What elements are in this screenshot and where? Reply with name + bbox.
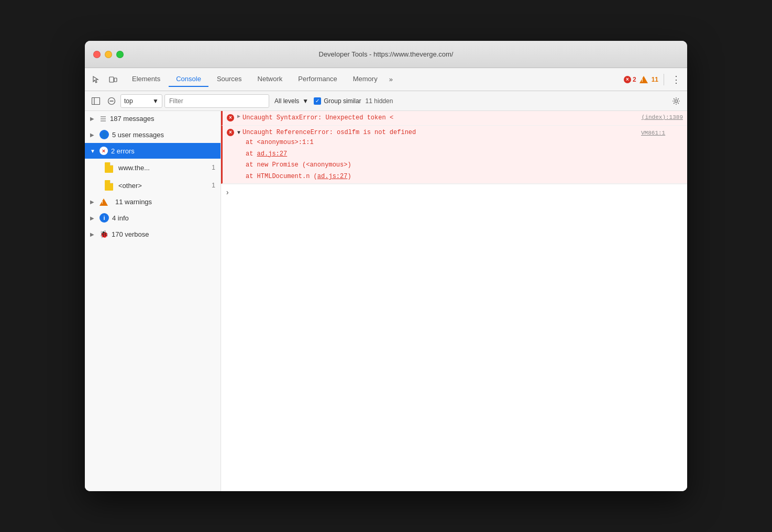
device-icon — [109, 75, 117, 84]
console-input[interactable] — [231, 189, 683, 196]
errors-label: 2 errors — [111, 147, 135, 155]
maximize-button[interactable] — [116, 51, 124, 58]
error-entry-icon-2: × — [227, 129, 234, 136]
toggle-sidebar-button[interactable] — [89, 94, 103, 108]
tab-overflow-button[interactable]: » — [386, 73, 396, 85]
main-content: ▶ 187 messages ▶ 👤 5 user messages ▼ × 2… — [85, 111, 687, 491]
arrow-right-icon: ▶ — [90, 231, 96, 237]
minimize-button[interactable] — [105, 51, 112, 58]
levels-selector[interactable]: All levels ▼ — [271, 96, 312, 106]
filter-input[interactable] — [164, 94, 269, 108]
arrow-right-icon: ▶ — [90, 199, 96, 205]
window-title: Developer Tools - https://www.theverge.c… — [319, 50, 454, 58]
clear-console-button[interactable] — [105, 94, 118, 108]
console-entry-reference-error: × ▼ Uncaught ReferenceError: osdlfm is n… — [221, 126, 687, 184]
stack-line-4: at HTMLDocument.n (ad.js:27) — [246, 171, 683, 183]
stack-line-2: at ad.js:27 — [246, 149, 683, 160]
arrow-right-icon: ▶ — [90, 132, 96, 138]
more-options-button[interactable]: ⋮ — [669, 72, 683, 87]
other-label: <other> — [118, 182, 142, 190]
sidebar-item-verbose[interactable]: ▶ 🐞 170 verbose — [85, 226, 220, 242]
error-count: 2 — [633, 76, 636, 83]
user-icon: 👤 — [100, 130, 109, 139]
gear-icon — [672, 97, 680, 105]
arrow-right-icon: ▶ — [90, 116, 96, 121]
www-the-count: 1 — [212, 164, 215, 171]
dropdown-arrow-icon: ▼ — [152, 97, 159, 105]
warning-badge-icon — [639, 76, 648, 83]
sidebar-item-user-messages[interactable]: ▶ 👤 5 user messages — [85, 126, 220, 143]
sidebar-item-all-messages[interactable]: ▶ 187 messages — [85, 111, 220, 126]
stack-line-1: at <anonymous>:1:1 — [246, 137, 683, 149]
inspect-element-button[interactable] — [89, 72, 104, 87]
prompt-arrow-icon: › — [225, 189, 229, 197]
verbose-label: 170 verbose — [112, 230, 149, 238]
group-similar-checkbox[interactable]: Group similar — [314, 97, 361, 105]
error-entry-icon: × — [227, 114, 234, 121]
svg-point-6 — [675, 99, 678, 102]
sidebar-item-other[interactable]: <other> 1 — [85, 176, 220, 194]
titlebar: Developer Tools - https://www.theverge.c… — [85, 41, 687, 68]
console-prompt-row: › — [221, 184, 687, 201]
reference-error-text: Uncaught ReferenceError: osdlfm is not d… — [242, 128, 641, 137]
hidden-count: 11 hidden — [366, 97, 393, 105]
svg-rect-2 — [92, 97, 100, 104]
error-circle-icon-2: × — [227, 129, 234, 136]
tab-network[interactable]: Network — [250, 72, 290, 87]
ad-js-link-1[interactable]: ad.js:27 — [257, 150, 288, 158]
tab-console[interactable]: Console — [169, 72, 208, 87]
user-messages-label: 5 user messages — [112, 131, 164, 139]
sidebar-item-info[interactable]: ▶ i 4 info — [85, 209, 220, 226]
info-label: 4 info — [112, 214, 129, 222]
stack-line-3: at new Promise (<anonymous>) — [246, 160, 683, 171]
error-circle-icon: × — [227, 114, 234, 121]
context-selector[interactable]: top ▼ — [120, 94, 162, 108]
sidebar-item-errors[interactable]: ▼ × 2 errors — [85, 143, 220, 159]
warnings-label: 11 warnings — [115, 198, 152, 206]
cursor-icon — [92, 75, 101, 84]
ad-js-link-2[interactable]: ad.js:27 — [317, 173, 348, 180]
tab-sources[interactable]: Sources — [209, 72, 249, 87]
context-value: top — [124, 97, 133, 105]
toolbar-left-icons — [89, 72, 120, 87]
settings-button[interactable] — [669, 94, 683, 108]
tab-elements[interactable]: Elements — [125, 72, 168, 87]
sidebar-item-www-the[interactable]: www.the... 1 — [85, 159, 220, 176]
group-similar-label: Group similar — [324, 97, 361, 105]
other-count: 1 — [212, 182, 215, 189]
arrow-right-icon: ▶ — [90, 215, 96, 221]
error-badge-icon: × — [624, 76, 631, 83]
list-icon — [100, 115, 107, 123]
console-toolbar: top ▼ All levels ▼ Group similar 11 hidd… — [85, 91, 687, 111]
sidebar-item-warnings[interactable]: ▶ 11 warnings — [85, 194, 220, 209]
sidebar-icon — [92, 97, 100, 105]
divider — [664, 74, 664, 85]
file-icon — [105, 162, 113, 173]
www-the-label: www.the... — [118, 164, 150, 172]
close-button[interactable] — [93, 51, 101, 58]
tab-right-area: × 2 11 ⋮ — [624, 72, 683, 87]
sidebar: ▶ 187 messages ▶ 👤 5 user messages ▼ × 2… — [85, 111, 221, 491]
error-badge: × 2 — [624, 76, 636, 83]
reference-error-location[interactable]: VM861:1 — [641, 129, 683, 136]
tab-performance[interactable]: Performance — [291, 72, 344, 87]
console-panel: × ▶ Uncaught SyntaxError: Unexpected tok… — [221, 111, 687, 491]
traffic-lights — [93, 51, 124, 58]
warning-badge: 11 — [639, 76, 658, 83]
tab-memory[interactable]: Memory — [346, 72, 385, 87]
warning-icon — [100, 198, 108, 206]
checkbox-checked-icon — [314, 97, 321, 105]
warning-count: 11 — [652, 76, 658, 83]
device-toolbar-button[interactable] — [106, 72, 120, 87]
all-messages-label: 187 messages — [110, 115, 155, 123]
tabs-toolbar: Elements Console Sources Network Perform… — [85, 68, 687, 91]
info-icon: i — [100, 213, 109, 223]
file-icon-other — [105, 180, 113, 191]
tabs-row: Elements Console Sources Network Perform… — [125, 72, 624, 87]
levels-label: All levels — [274, 97, 299, 105]
arrow-down-icon: ▼ — [90, 148, 96, 154]
levels-arrow-icon: ▼ — [302, 97, 308, 105]
collapse-arrow-icon[interactable]: ▼ — [237, 130, 240, 136]
syntax-error-location[interactable]: (index):1389 — [642, 113, 683, 120]
expand-arrow-icon[interactable]: ▶ — [237, 113, 240, 119]
